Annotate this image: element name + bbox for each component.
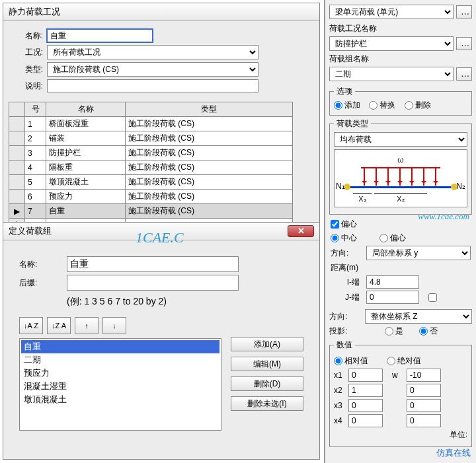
add-button[interactable]: 添加(A) xyxy=(231,337,303,351)
unit-label: 单位: xyxy=(450,429,467,441)
direction2-select[interactable]: 整体坐标系 Z xyxy=(365,309,472,324)
proj-no-radio[interactable]: 否 xyxy=(419,326,438,337)
col-marker xyxy=(9,102,25,117)
relative-radio[interactable]: 相对值 xyxy=(334,355,368,367)
group-listbox[interactable]: 自重 二期 预应力 混凝土湿重 墩顶混凝土 xyxy=(19,338,221,431)
center-radio[interactable]: 中心 xyxy=(331,232,357,244)
offset-radio[interactable]: 偏心 xyxy=(379,232,406,244)
x1-input[interactable] xyxy=(348,369,383,382)
direction-select[interactable]: 局部坐标系 y xyxy=(366,246,471,260)
label-type: 类型: xyxy=(9,64,47,75)
options-group: 选项 添加 替换 删除 xyxy=(329,86,472,116)
list-item[interactable]: 预应力 xyxy=(21,367,219,380)
static-load-dialog: 静力荷载工况 名称: 工况: 所有荷载工况 类型: 施工阶段荷载 (CS) 说明… xyxy=(3,3,320,237)
col-name[interactable]: 名称 xyxy=(46,102,126,117)
option-add[interactable]: 添加 xyxy=(334,100,360,110)
delete-button[interactable]: 删除(D) xyxy=(231,376,303,391)
table-row[interactable]: 2铺装施工阶段荷载 (CS) xyxy=(9,131,293,146)
value-group: 数值 相对值 绝对值 x1w x2 x3 x4 单位: xyxy=(329,339,472,447)
load-element-select[interactable]: 梁单元荷载 (单元) xyxy=(329,5,454,19)
move-up-button[interactable]: ↑ xyxy=(75,317,99,334)
label-name: 名称: xyxy=(19,259,67,270)
dialog-titlebar[interactable]: 定义荷载组 ✕ xyxy=(3,223,319,240)
x4-input[interactable] xyxy=(348,414,383,427)
case-name-select[interactable]: 防撞护栏 xyxy=(329,36,454,51)
x3-input[interactable] xyxy=(348,399,383,412)
sort-za-button[interactable]: ↓Z A xyxy=(47,317,71,334)
direction2-label: 方向: xyxy=(329,311,362,322)
option-replace[interactable]: 替换 xyxy=(369,100,395,110)
delete-unselected-button[interactable]: 删除未选(I) xyxy=(231,396,303,411)
proj-yes-radio[interactable]: 是 xyxy=(385,326,403,337)
suffix-input[interactable] xyxy=(67,275,239,291)
label-desc: 说明: xyxy=(9,81,47,92)
eccentric-check[interactable]: 偏心 xyxy=(331,219,357,229)
sort-az-button[interactable]: ↓A Z xyxy=(19,317,43,334)
table-row[interactable]: 3防撞护栏施工阶段荷载 (CS) xyxy=(9,146,293,160)
label-name: 名称: xyxy=(9,30,47,42)
list-item[interactable]: 混凝土湿重 xyxy=(21,380,219,393)
table-row[interactable]: 5墩顶混凝土施工阶段荷载 (CS) xyxy=(9,175,293,190)
distance-label: 距离(m) xyxy=(331,262,471,273)
load-type-select[interactable]: 均布荷载 xyxy=(334,132,467,147)
w4-input[interactable] xyxy=(407,414,441,427)
table-row[interactable]: 4隔板重施工阶段荷载 (CS) xyxy=(9,160,293,175)
list-item[interactable]: 墩顶混凝土 xyxy=(21,393,219,406)
loads-table[interactable]: 号 名称 类型 1桥面板湿重施工阶段荷载 (CS) 2铺装施工阶段荷载 (CS)… xyxy=(9,102,293,231)
dialog-titlebar[interactable]: 静力荷载工况 xyxy=(3,3,319,21)
i-end-input[interactable] xyxy=(366,275,419,289)
w-input[interactable] xyxy=(407,369,441,382)
dialog-title: 静力荷载工况 xyxy=(9,6,60,18)
table-row[interactable]: 1桥面板湿重施工阶段荷载 (CS) xyxy=(9,117,293,131)
group-name-label: 荷载组名称 xyxy=(329,53,472,65)
label-suffix: 后缀: xyxy=(19,277,67,289)
w2-input[interactable] xyxy=(407,384,441,397)
x2-input[interactable] xyxy=(348,384,383,397)
case-select[interactable]: 所有荷载工况 xyxy=(47,45,258,59)
table-row[interactable]: 6预应力施工阶段荷载 (CS) xyxy=(9,190,293,204)
ellipsis-button[interactable]: … xyxy=(456,37,472,50)
col-type[interactable]: 类型 xyxy=(126,102,293,117)
desc-input[interactable] xyxy=(47,79,258,92)
example-text: (例: 1 3 5 6 7 to 20 by 2) xyxy=(67,296,303,308)
group-name-select[interactable]: 二期 xyxy=(329,67,454,81)
move-down-button[interactable]: ↓ xyxy=(102,317,126,334)
ellipsis-button[interactable]: … xyxy=(456,5,472,18)
table-row[interactable]: ▶7自重施工阶段荷载 (CS) xyxy=(9,204,293,219)
j-end-check[interactable] xyxy=(428,293,437,302)
absolute-radio[interactable]: 绝对值 xyxy=(387,355,421,367)
beam-load-panel: 梁单元荷载 (单元) … 荷载工况名称 防撞护栏 … 荷载组名称 二期 … 选项… xyxy=(324,0,476,463)
load-group-dialog: 定义荷载组 ✕ 名称: 后缀: (例: 1 3 5 6 7 to 20 by 2… xyxy=(3,222,320,460)
type-select[interactable]: 施工阶段荷载 (CS) xyxy=(47,62,258,77)
projection-label: 投影: xyxy=(329,326,362,337)
option-delete[interactable]: 删除 xyxy=(405,100,431,110)
dialog-title: 定义荷载组 xyxy=(9,225,52,237)
brand-logo: 仿真在线 xyxy=(436,447,471,459)
label-case: 工况: xyxy=(9,47,47,58)
name-input[interactable] xyxy=(47,29,153,42)
direction-label: 方向: xyxy=(331,248,364,259)
ellipsis-button[interactable]: … xyxy=(456,67,472,81)
case-name-label: 荷载工况名称 xyxy=(329,23,472,34)
load-diagram: ω N₁ N₂ X₁ X₂ xyxy=(334,149,467,207)
col-no[interactable]: 号 xyxy=(25,102,46,117)
j-end-input[interactable] xyxy=(366,291,419,304)
group-name-input[interactable] xyxy=(67,256,239,272)
list-item[interactable]: 自重 xyxy=(21,340,219,353)
load-type-group: 荷载类型 均布荷载 ω N₁ N₂ X₁ X₂ xyxy=(329,118,472,215)
w3-input[interactable] xyxy=(407,399,441,412)
list-item[interactable]: 二期 xyxy=(21,353,219,367)
edit-button[interactable]: 编辑(M) xyxy=(231,357,303,371)
close-icon[interactable]: ✕ xyxy=(288,225,314,237)
